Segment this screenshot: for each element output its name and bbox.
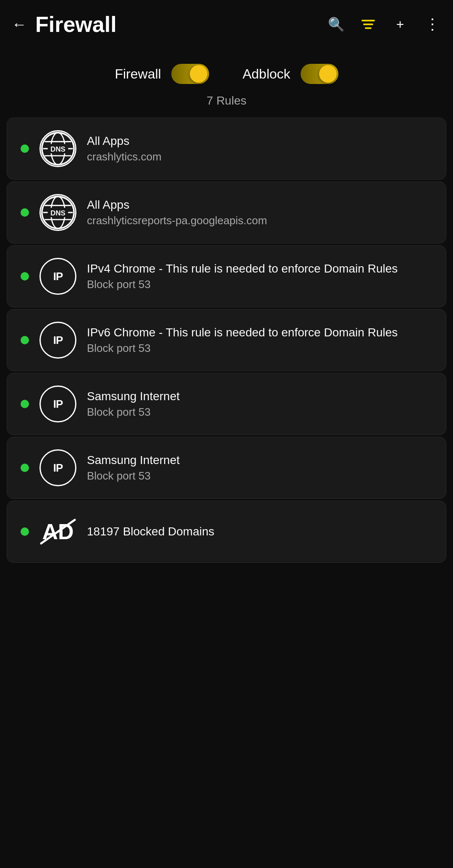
search-button[interactable]: 🔍: [325, 13, 347, 35]
rule-icon: IP: [39, 449, 77, 487]
filter-button[interactable]: [357, 13, 379, 35]
rule-title: IPv4 Chrome - This rule is needed to enf…: [87, 262, 432, 275]
rule-content: Samsung Internet Block port 53: [87, 390, 432, 419]
rule-status-dot: [21, 527, 29, 536]
rule-title: Samsung Internet: [87, 454, 432, 467]
add-button[interactable]: +: [389, 13, 411, 35]
rule-status-dot: [21, 272, 29, 281]
dns-icon: DNS: [39, 194, 76, 231]
toggle-section: Firewall Adblock: [0, 49, 453, 91]
rule-item[interactable]: DNS All Apps crashlytics.com: [7, 118, 446, 180]
adblock-toggle[interactable]: [301, 64, 338, 84]
ip-icon: IP: [39, 385, 76, 422]
rule-title: 18197 Blocked Domains: [87, 525, 432, 538]
rules-list: DNS All Apps crashlytics.com DNS: [0, 118, 453, 563]
rule-subtitle: Block port 53: [87, 342, 432, 355]
rule-status-dot: [21, 208, 29, 217]
back-icon: ←: [12, 16, 27, 33]
rule-title: IPv6 Chrome - This rule is needed to enf…: [87, 326, 432, 339]
svg-text:DNS: DNS: [50, 145, 65, 153]
rule-subtitle: crashlyticsreports-pa.googleapis.com: [87, 214, 432, 227]
rule-subtitle: crashlytics.com: [87, 150, 432, 163]
adblock-label: Adblock: [243, 66, 291, 82]
firewall-toggle-knob: [190, 65, 207, 83]
rule-item[interactable]: IP Samsung Internet Block port 53: [7, 437, 446, 499]
rule-item[interactable]: IP IPv6 Chrome - This rule is needed to …: [7, 309, 446, 371]
adblock-toggle-item: Adblock: [243, 64, 338, 84]
rules-count: 7 Rules: [0, 91, 453, 118]
rule-icon: IP: [39, 385, 77, 423]
rule-title: All Apps: [87, 134, 432, 148]
rule-item[interactable]: AD 18197 Blocked Domains: [7, 501, 446, 563]
back-button[interactable]: ←: [7, 12, 32, 37]
rule-status-dot: [21, 464, 29, 472]
adblock-toggle-knob: [319, 65, 337, 83]
ip-icon: IP: [39, 322, 76, 359]
header-actions: 🔍 + ⋮: [325, 13, 443, 35]
more-button[interactable]: ⋮: [421, 13, 443, 35]
rule-subtitle: Block port 53: [87, 406, 432, 419]
rule-status-dot: [21, 144, 29, 153]
add-icon: +: [396, 17, 404, 32]
filter-icon: [361, 20, 375, 29]
rule-content: 18197 Blocked Domains: [87, 525, 432, 538]
page-title: Firewall: [32, 12, 325, 37]
ad-icon: AD: [39, 513, 76, 550]
rule-item[interactable]: IP IPv4 Chrome - This rule is needed to …: [7, 245, 446, 307]
rule-icon: IP: [39, 321, 77, 359]
rule-content: IPv6 Chrome - This rule is needed to enf…: [87, 326, 432, 355]
app-header: ← Firewall 🔍 + ⋮: [0, 0, 453, 49]
ip-icon: IP: [39, 449, 76, 486]
rule-title: All Apps: [87, 198, 432, 212]
rule-status-dot: [21, 400, 29, 408]
rule-subtitle: Block port 53: [87, 278, 432, 291]
rule-content: All Apps crashlytics.com: [87, 134, 432, 163]
rule-item[interactable]: DNS All Apps crashlyticsreports-pa.googl…: [7, 181, 446, 244]
rule-content: All Apps crashlyticsreports-pa.googleapi…: [87, 198, 432, 227]
dns-icon: DNS: [39, 130, 76, 167]
rule-icon: AD: [39, 513, 77, 551]
rule-icon: DNS: [39, 130, 77, 168]
firewall-label: Firewall: [115, 66, 161, 82]
svg-text:DNS: DNS: [50, 209, 65, 217]
rule-content: Samsung Internet Block port 53: [87, 454, 432, 483]
rule-icon: IP: [39, 257, 77, 295]
firewall-toggle[interactable]: [171, 64, 209, 84]
rule-subtitle: Block port 53: [87, 469, 432, 483]
rule-content: IPv4 Chrome - This rule is needed to enf…: [87, 262, 432, 291]
search-icon: 🔍: [328, 16, 345, 32]
rule-item[interactable]: IP Samsung Internet Block port 53: [7, 373, 446, 435]
ip-icon: IP: [39, 258, 76, 295]
rule-status-dot: [21, 336, 29, 344]
more-icon: ⋮: [425, 16, 439, 33]
rule-icon: DNS: [39, 194, 77, 231]
rule-title: Samsung Internet: [87, 390, 432, 403]
firewall-toggle-item: Firewall: [115, 64, 209, 84]
